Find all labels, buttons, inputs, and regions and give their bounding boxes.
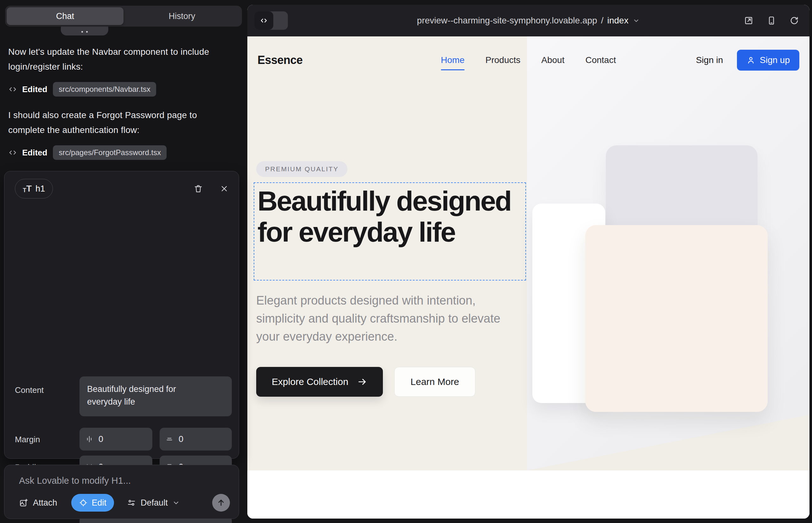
nav-link-contact[interactable]: Contact	[585, 55, 616, 65]
explore-collection-button[interactable]: Explore Collection	[256, 367, 383, 397]
hero-section: Essence Home Products About Contact Sign…	[247, 36, 810, 470]
margin-y-input[interactable]: 0	[160, 428, 232, 451]
edited-label: Edited	[22, 85, 47, 94]
quality-badge: PREMIUM QUALITY	[256, 161, 348, 177]
prompt-composer: Attach Edit Default	[4, 465, 239, 519]
edited-label: Edited	[22, 148, 47, 158]
preview-toolbar: preview--charming-site-symphony.lovable.…	[247, 5, 810, 36]
hero-wedge-shape	[527, 415, 810, 470]
hero-subtext: Elegant products designed with intention…	[256, 292, 510, 346]
text-type-icon: TT	[23, 184, 32, 193]
edited-file-row[interactable]: Edited src/components/Navbar.tsx	[8, 82, 156, 97]
preview-window: preview--charming-site-symphony.lovable.…	[247, 5, 810, 519]
send-button[interactable]	[212, 494, 230, 511]
chat-message: I should also create a Forgot Password p…	[8, 108, 233, 138]
site-logo[interactable]: Essence	[258, 54, 303, 67]
edit-label: Edit	[92, 498, 107, 508]
mode-label: Default	[141, 498, 168, 508]
nav-link-home[interactable]: Home	[441, 55, 464, 70]
element-tag-pill: TT h1	[15, 179, 53, 198]
prompt-input[interactable]	[19, 473, 225, 488]
url-separator: /	[601, 16, 604, 26]
attach-image-icon	[19, 498, 29, 507]
edited-file-row[interactable]: Edited src/pages/ForgotPassword.tsx	[8, 145, 166, 160]
chat-message: Now let's update the Navbar component to…	[8, 44, 233, 74]
delete-element-button[interactable]	[191, 182, 205, 196]
edit-mode-button[interactable]: Edit	[71, 494, 114, 511]
close-icon[interactable]	[217, 182, 231, 196]
attach-button[interactable]: Attach	[19, 498, 57, 508]
chevron-down-icon	[633, 17, 640, 24]
element-editor-panel: TT h1 Content Beautifully designed for e…	[4, 171, 239, 459]
attach-label: Attach	[33, 498, 57, 508]
site-navbar: Essence Home Products About Contact Sign…	[247, 36, 810, 84]
file-path-chip[interactable]: src/pages/ForgotPassword.tsx	[53, 145, 166, 160]
chat-history-tabs: Chat History	[5, 6, 242, 26]
arrow-right-icon	[357, 377, 367, 387]
chat-panel: Chat History Now let's update the Navbar…	[0, 0, 247, 523]
decor-card-cream	[585, 225, 768, 412]
nav-link-products[interactable]: Products	[486, 55, 520, 65]
url-page: index	[607, 16, 628, 26]
learn-more-button[interactable]: Learn More	[394, 367, 475, 397]
sign-up-label: Sign up	[760, 55, 790, 65]
selected-element-outline[interactable]: Beautifully designed for everyday life	[254, 182, 526, 281]
content-input[interactable]: Beautifully designed for everyday life	[80, 376, 232, 416]
url-bar[interactable]: preview--charming-site-symphony.lovable.…	[247, 5, 810, 36]
url-domain: preview--charming-site-symphony.lovable.…	[417, 16, 597, 26]
target-icon	[79, 498, 88, 507]
margin-horizontal-icon	[85, 435, 93, 443]
nav-link-about[interactable]: About	[541, 55, 564, 65]
content-value: Beautifully designed for everyday life	[87, 383, 195, 408]
content-label: Content	[15, 385, 44, 395]
refresh-icon[interactable]	[789, 15, 800, 26]
file-path-chip[interactable]: src/components/Navbar.tsx	[53, 82, 156, 96]
hero-headline[interactable]: Beautifully designed for everyday life	[258, 185, 517, 247]
margin-vertical-icon	[165, 435, 174, 443]
sign-up-button[interactable]: Sign up	[737, 50, 799, 71]
explore-collection-label: Explore Collection	[272, 376, 348, 387]
margin-label: Margin	[15, 435, 40, 445]
element-tag: h1	[35, 184, 45, 194]
site-page: Essence Home Products About Contact Sign…	[247, 36, 810, 519]
user-icon	[746, 56, 755, 65]
open-external-icon[interactable]	[743, 15, 754, 26]
margin-x-value: 0	[99, 434, 103, 444]
code-icon	[8, 148, 17, 157]
lovable-workspace: Chat History Now let's update the Navbar…	[0, 0, 812, 523]
mode-select[interactable]: Default	[127, 498, 180, 508]
tab-history[interactable]: History	[124, 7, 240, 25]
mobile-view-icon[interactable]	[766, 15, 777, 26]
chevron-down-icon	[172, 499, 180, 507]
tab-chat[interactable]: Chat	[7, 7, 124, 25]
margin-x-input[interactable]: 0	[80, 428, 152, 451]
margin-y-value: 0	[179, 434, 183, 444]
code-icon	[8, 85, 17, 94]
sliders-icon	[127, 498, 136, 507]
sign-in-link[interactable]: Sign in	[696, 55, 723, 65]
